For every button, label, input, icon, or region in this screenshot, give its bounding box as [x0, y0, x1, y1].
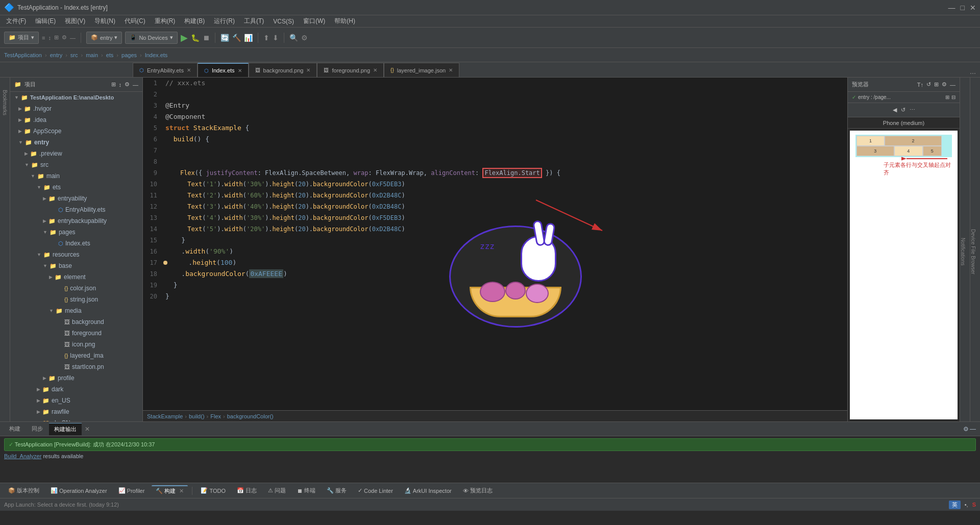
- tree-layered[interactable]: {} layered_ima: [10, 350, 142, 361]
- taskbar-build-btn[interactable]: 🔨 构建 ✕: [152, 485, 188, 496]
- tree-entryability-ets[interactable]: ⬡ EntryAbility.ets: [10, 204, 142, 215]
- stop-button[interactable]: ⏹: [203, 34, 210, 42]
- tree-enus[interactable]: ▶ 📁 en_US: [10, 395, 142, 406]
- tree-entry[interactable]: ▼ 📁 entry: [10, 137, 142, 148]
- download-button[interactable]: ⬇: [273, 34, 279, 42]
- tree-resources[interactable]: ▼ 📁 resources: [10, 249, 142, 260]
- tree-colorjson[interactable]: {} color.json: [10, 283, 142, 294]
- preview-split-icon[interactable]: ⊟: [951, 94, 955, 100]
- prev-btn[interactable]: ◀: [893, 107, 897, 113]
- tab-foreground[interactable]: 🖼 foreground.png ✕: [317, 63, 384, 77]
- tab-build-output[interactable]: 构建输出: [49, 423, 82, 435]
- sidebar-sort-icon[interactable]: ↕: [119, 82, 122, 88]
- preview-refresh-icon[interactable]: ↺: [926, 81, 931, 88]
- tree-base[interactable]: ▼ 📁 base: [10, 260, 142, 271]
- menu-help[interactable]: 帮助(H): [330, 16, 359, 27]
- tree-background[interactable]: 🖼 background: [10, 316, 142, 328]
- tree-idea[interactable]: ▶ 📁 .idea: [10, 114, 142, 126]
- taskbar-todo[interactable]: 📝 TODO: [197, 486, 230, 495]
- tab-build[interactable]: 构建: [4, 423, 26, 435]
- breadcrumb-backgroundcolor[interactable]: backgroundColor(): [227, 413, 274, 419]
- sync-button[interactable]: 🔄: [220, 34, 229, 42]
- tree-preview[interactable]: ▶ 📁 .preview: [10, 148, 142, 159]
- breadcrumb-item-testapp[interactable]: TestApplication: [4, 52, 42, 58]
- tree-profile[interactable]: ▶ 📁 profile: [10, 372, 142, 384]
- tree-entrybackup[interactable]: ▶ 📁 entrybackupability: [10, 215, 142, 227]
- tree-media[interactable]: ▼ 📁 media: [10, 305, 142, 316]
- tree-root[interactable]: ▼ 📁 TestApplication E:\nana\Deskto: [10, 92, 142, 103]
- taskbar-terminal[interactable]: ⏹ 终端: [293, 486, 320, 495]
- tree-stringjson[interactable]: {} string.json: [10, 294, 142, 305]
- taskbar-codelinter[interactable]: ✓ Code Linter: [354, 486, 397, 495]
- sidebar-collapse-icon[interactable]: —: [133, 82, 138, 88]
- menu-vcs[interactable]: VCS(S): [269, 17, 298, 26]
- breadcrumb-item-pages[interactable]: pages: [121, 52, 137, 58]
- taskbar-operation-analyzer[interactable]: 📊 Operation Analyzer: [46, 486, 111, 495]
- tab-sync[interactable]: 同步: [27, 423, 48, 435]
- language-indicator[interactable]: 英: [949, 501, 961, 509]
- tree-element[interactable]: ▶ 📁 element: [10, 271, 142, 283]
- device-file-sidebar[interactable]: Device File Browser: [970, 78, 980, 421]
- tab-close-fg[interactable]: ✕: [373, 67, 377, 73]
- notification-sidebar[interactable]: Notifications: [960, 78, 970, 421]
- bookmarks-icon[interactable]: Bookmarks: [2, 90, 8, 115]
- taskbar-version-control[interactable]: 📦 版本控制: [4, 486, 43, 495]
- tab-layered[interactable]: {} layered_image.json ✕: [384, 63, 459, 77]
- build-button[interactable]: 🔨: [232, 34, 241, 42]
- run-button[interactable]: ▶: [181, 32, 188, 43]
- breadcrumb-item-ets[interactable]: ets: [106, 52, 114, 58]
- tree-starticon[interactable]: 🖼 startIcon.pn: [10, 361, 142, 372]
- menu-view[interactable]: 视图(V): [61, 16, 89, 27]
- menu-edit[interactable]: 编辑(E): [31, 16, 60, 27]
- preview-grid-icon[interactable]: ⊞: [945, 94, 949, 100]
- tab-close-indexets[interactable]: ✕: [238, 68, 242, 73]
- debug-button[interactable]: 🐛: [191, 34, 200, 42]
- tree-main[interactable]: ▼ 📁 main: [10, 170, 142, 182]
- tab-background[interactable]: 🖼 background.png ✕: [249, 63, 317, 77]
- maximize-button[interactable]: □: [961, 4, 965, 12]
- tree-pages[interactable]: ▼ 📁 pages: [10, 227, 142, 238]
- profile-button[interactable]: 📊: [244, 34, 253, 42]
- menu-file[interactable]: 文件(F): [2, 16, 30, 27]
- taskbar-log[interactable]: 📅 日志: [233, 486, 261, 495]
- tree-src[interactable]: ▼ 📁 src: [10, 159, 142, 170]
- more-icon[interactable]: ⋯: [910, 107, 915, 113]
- build-analyzer-link[interactable]: Build_Analyzer: [4, 453, 41, 459]
- tab-entryability[interactable]: ⬡ EntryAbility.ets ✕: [133, 63, 198, 77]
- tree-hvigor[interactable]: ▶ 📁 .hvigor: [10, 103, 142, 114]
- preview-close-icon[interactable]: —: [950, 82, 955, 88]
- search-icon[interactable]: 🔍: [289, 34, 298, 42]
- tree-ets[interactable]: ▼ 📁 ets: [10, 182, 142, 193]
- sidebar-expand-icon[interactable]: ⊞: [111, 81, 116, 88]
- bottom-panel-minimize[interactable]: —: [970, 426, 976, 433]
- tab-close-layered[interactable]: ✕: [449, 67, 453, 73]
- tree-indexets[interactable]: ⬡ Index.ets: [10, 238, 142, 249]
- minimize-button[interactable]: —: [948, 4, 955, 12]
- taskbar-profiler[interactable]: 📈 Profiler: [114, 486, 149, 495]
- breadcrumb-item-main[interactable]: main: [86, 52, 98, 58]
- menu-nav[interactable]: 导航(N): [90, 16, 119, 27]
- tree-foreground[interactable]: 🖼 foreground: [10, 328, 142, 339]
- no-devices-button[interactable]: 📱 No Devices ▾: [125, 32, 177, 44]
- settings-icon[interactable]: ⚙: [301, 34, 308, 42]
- bottom-panel-settings[interactable]: ⚙: [963, 426, 969, 433]
- more-tabs-button[interactable]: ⋯: [966, 70, 980, 77]
- breadcrumb-buildfn[interactable]: build(): [189, 413, 205, 419]
- menu-window[interactable]: 窗口(W): [299, 16, 329, 27]
- taskbar-service[interactable]: 🔧 服务: [323, 486, 351, 495]
- tree-appscope[interactable]: ▶ 📁 AppScope: [10, 126, 142, 137]
- taskbar-issues[interactable]: ⚠ 问题: [264, 486, 290, 495]
- tree-dark[interactable]: ▶ 📁 dark: [10, 384, 142, 395]
- code-editor[interactable]: 1 // xxx.ets 2 3 @Entry 4 @Component 5 s…: [143, 78, 847, 410]
- tree-entryability[interactable]: ▶ 📁 entryability: [10, 193, 142, 204]
- taskbar-preview-log[interactable]: 👁 预览日志: [459, 486, 497, 495]
- bottom-panel-close[interactable]: ✕: [85, 426, 90, 433]
- preview-font-icon[interactable]: T↑: [917, 82, 923, 88]
- preview-settings-icon[interactable]: ⚙: [942, 81, 947, 88]
- menu-code[interactable]: 代码(C): [120, 16, 150, 27]
- close-button[interactable]: ✕: [970, 4, 976, 12]
- menu-build[interactable]: 构建(B): [180, 16, 209, 27]
- menu-tools[interactable]: 工具(T): [240, 16, 268, 27]
- build-tab-close[interactable]: ✕: [179, 488, 184, 494]
- entry-dropdown[interactable]: 📦 entry ▾: [86, 32, 122, 44]
